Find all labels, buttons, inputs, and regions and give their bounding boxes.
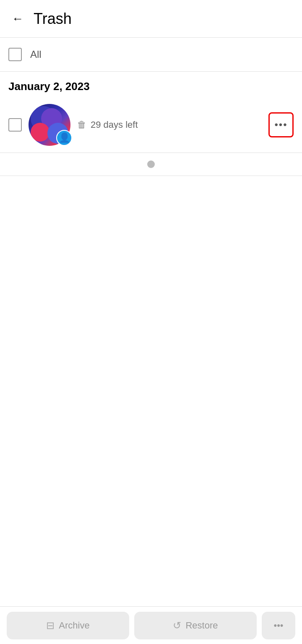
archive-icon: ⊟ xyxy=(46,620,55,631)
more-options-button[interactable]: ••• xyxy=(268,112,294,137)
list-item: 👤 🗑 29 days left ••• xyxy=(0,97,302,153)
date-heading: January 2, 2023 xyxy=(8,80,294,93)
avatar: 👤 xyxy=(29,104,70,146)
restore-button[interactable]: ↺ Restore xyxy=(134,612,257,639)
back-button[interactable]: ← xyxy=(8,10,27,28)
restore-icon: ↺ xyxy=(173,620,181,631)
main-content: January 2, 2023 👤 🗑 29 days left ••• xyxy=(0,72,302,640)
bottom-toolbar: ⊟ Archive ↺ Restore ••• xyxy=(0,606,302,644)
header: ← Trash xyxy=(0,0,302,38)
days-left-text: 29 days left xyxy=(91,119,138,130)
circle-indicator xyxy=(147,160,155,168)
trash-icon: 🗑 xyxy=(77,119,86,130)
restore-label: Restore xyxy=(185,620,218,631)
archive-button[interactable]: ⊟ Archive xyxy=(7,612,129,639)
more-dots-icon: ••• xyxy=(274,119,287,131)
avatar-person-badge: 👤 xyxy=(56,130,72,146)
archive-label: Archive xyxy=(59,620,89,631)
page-title: Trash xyxy=(34,10,72,28)
person-icon: 👤 xyxy=(59,133,70,142)
toolbar-more-button[interactable]: ••• xyxy=(262,612,295,639)
toolbar-more-icon: ••• xyxy=(273,620,283,631)
select-all-checkbox[interactable] xyxy=(8,48,22,61)
item-checkbox[interactable] xyxy=(8,118,22,132)
select-all-row: All xyxy=(0,38,302,72)
date-group: January 2, 2023 xyxy=(0,72,302,93)
back-arrow-icon: ← xyxy=(12,13,23,25)
item-info: 🗑 29 days left xyxy=(77,119,262,130)
circle-indicator-row xyxy=(0,153,302,176)
select-all-label: All xyxy=(30,49,42,60)
